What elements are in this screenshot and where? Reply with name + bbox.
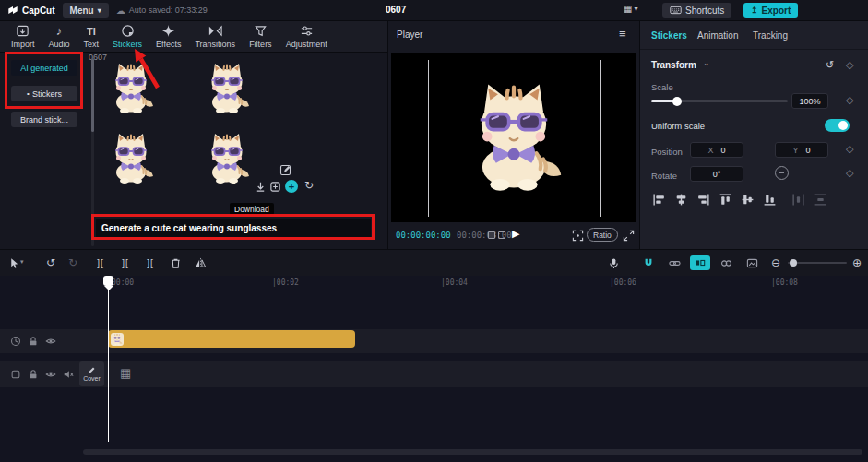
scale-slider-handle[interactable] <box>672 97 682 106</box>
align-bottom-icon[interactable] <box>763 193 777 207</box>
scale-slider[interactable] <box>651 100 788 102</box>
keyframe-icon[interactable]: ◇ <box>846 168 853 178</box>
keyframe-icon[interactable]: ◇ <box>846 60 853 70</box>
props-tab-tracking[interactable]: Tracking <box>753 30 788 41</box>
playhead-handle[interactable] <box>103 276 113 286</box>
transition-snap-toggle[interactable] <box>716 255 736 270</box>
track1-lock-icon[interactable] <box>27 335 39 347</box>
x-label: X <box>707 146 713 155</box>
sticker-tile[interactable] <box>196 130 258 185</box>
delete-left-icon[interactable]: ][ <box>117 255 134 271</box>
track2-lock-icon[interactable] <box>27 368 39 380</box>
ratio-button[interactable]: Ratio <box>587 228 618 242</box>
timeline-zoom-slider[interactable] <box>788 262 847 264</box>
cover-button[interactable]: Cover <box>79 361 104 386</box>
film-strip-icon: ▦ <box>120 366 131 380</box>
keyframe-icon[interactable]: ◇ <box>846 144 853 154</box>
preview-cat-sticker[interactable] <box>455 77 573 195</box>
menu-button[interactable]: Menu ▾ <box>63 3 109 18</box>
undo-button[interactable]: ↺ <box>42 255 59 271</box>
uniform-scale-label: Uniform scale <box>651 121 705 131</box>
mirror-icon[interactable] <box>192 255 208 271</box>
align-middle-v-icon[interactable] <box>741 193 755 207</box>
position-x-input[interactable]: X 0 <box>690 142 743 158</box>
preview-mode-icons[interactable] <box>488 231 505 239</box>
autosave-status: ☁ Auto saved: 07:33:29 <box>116 6 208 16</box>
media-tab-import[interactable]: Import <box>11 24 35 49</box>
keyframe-icon[interactable]: ◇ <box>846 95 853 105</box>
position-y-input[interactable]: Y 0 <box>775 142 828 158</box>
link-toggle[interactable] <box>664 255 684 270</box>
sticker-tile[interactable] <box>100 130 162 185</box>
align-right-icon[interactable] <box>696 193 710 207</box>
add-to-collection-icon[interactable] <box>269 181 281 193</box>
track1-toggle-icon[interactable] <box>9 335 21 347</box>
download-icon[interactable] <box>255 181 267 193</box>
align-top-icon[interactable] <box>719 193 732 207</box>
add-sticker-button[interactable]: + <box>285 180 298 193</box>
delete-icon[interactable] <box>167 255 184 271</box>
distribute-v-icon[interactable] <box>814 193 827 207</box>
chevron-down-icon: ▾ <box>98 6 101 15</box>
transform-section-title[interactable]: Transform <box>651 60 696 70</box>
export-button[interactable]: ↥ Export <box>743 3 798 18</box>
sticker-tile[interactable] <box>196 60 258 115</box>
video-frame-edge-left <box>428 60 429 217</box>
track2-mute-icon[interactable] <box>62 368 74 380</box>
fullscreen-icon[interactable] <box>623 230 635 242</box>
capcut-logo: CapCut <box>7 5 55 16</box>
track1-visibility-icon[interactable] <box>44 335 56 347</box>
timeline-scrollbar[interactable] <box>83 449 862 455</box>
zoom-out-icon[interactable]: ⊖ <box>767 255 784 271</box>
player-menu-icon[interactable]: ≡ <box>619 27 626 41</box>
props-tab-animation[interactable]: Animation <box>697 30 738 41</box>
ruler-tick: |00:06 <box>610 278 636 287</box>
props-tab-stickers[interactable]: Stickers <box>651 30 687 41</box>
library-scrollbar-thumb[interactable] <box>91 58 94 132</box>
sidebar-item-brand-stickers[interactable]: Brand stick... <box>11 112 77 127</box>
select-tool-caret-icon[interactable]: ▾ <box>20 258 24 266</box>
media-tab-filters[interactable]: Filters <box>249 24 272 49</box>
ruler-tick: 00:00 <box>112 278 134 287</box>
scale-value[interactable]: 100% <box>791 93 828 109</box>
media-tab-adjustment[interactable]: Adjustment <box>286 24 327 49</box>
media-tab-effects[interactable]: Effects <box>156 24 181 49</box>
frame-preview-icon[interactable] <box>572 230 584 242</box>
zoom-in-icon[interactable]: ⊕ <box>849 255 865 271</box>
rotate-input[interactable]: 0° <box>690 166 743 182</box>
media-tab-stickers[interactable]: Stickers <box>113 24 142 49</box>
y-value: 0 <box>806 146 811 155</box>
playhead[interactable] <box>103 276 113 444</box>
preview-axis-toggle[interactable] <box>690 255 710 270</box>
project-title: 0607 <box>386 5 406 15</box>
track2-visibility-icon[interactable] <box>44 368 56 380</box>
split-icon[interactable]: ][ <box>92 255 109 271</box>
mic-icon[interactable] <box>605 255 622 271</box>
media-tab-audio[interactable]: ♪ Audio <box>49 24 70 49</box>
rotate-knob[interactable] <box>775 166 789 180</box>
timeline-ruler[interactable]: 00:00 |00:02 |00:04 |00:06 |00:08 <box>0 276 868 290</box>
render-preview-toggle[interactable] <box>742 255 762 270</box>
refresh-icon[interactable]: ↻ <box>304 179 314 192</box>
align-center-h-icon[interactable] <box>674 193 688 207</box>
export-label: Export <box>762 6 791 16</box>
collapse-icon[interactable]: ⌄ <box>703 58 710 67</box>
reset-transform-icon[interactable]: ↺ <box>826 59 834 71</box>
sticker-clip[interactable] <box>108 330 355 348</box>
delete-right-icon[interactable]: ][ <box>142 255 159 271</box>
align-left-icon[interactable] <box>652 193 666 207</box>
track2-toggle-icon[interactable] <box>9 368 21 380</box>
media-tab-text[interactable]: TI Text <box>84 24 100 49</box>
layout-switcher[interactable]: ▦ ▾ <box>624 4 637 14</box>
timeline-zoom-handle[interactable] <box>790 259 797 267</box>
shortcuts-button[interactable]: Shortcuts <box>662 3 731 18</box>
distribute-h-icon[interactable] <box>791 193 805 207</box>
play-button[interactable]: ▶ <box>512 228 519 240</box>
rotate-knob-dash <box>779 172 784 173</box>
snap-toggle[interactable] <box>638 255 659 270</box>
redo-button[interactable]: ↻ <box>65 255 81 271</box>
uniform-scale-toggle[interactable] <box>825 119 850 132</box>
media-tab-transitions[interactable]: Transitions <box>195 24 235 49</box>
media-tab-label: Adjustment <box>286 40 327 49</box>
edit-sticker-icon[interactable] <box>279 163 292 176</box>
